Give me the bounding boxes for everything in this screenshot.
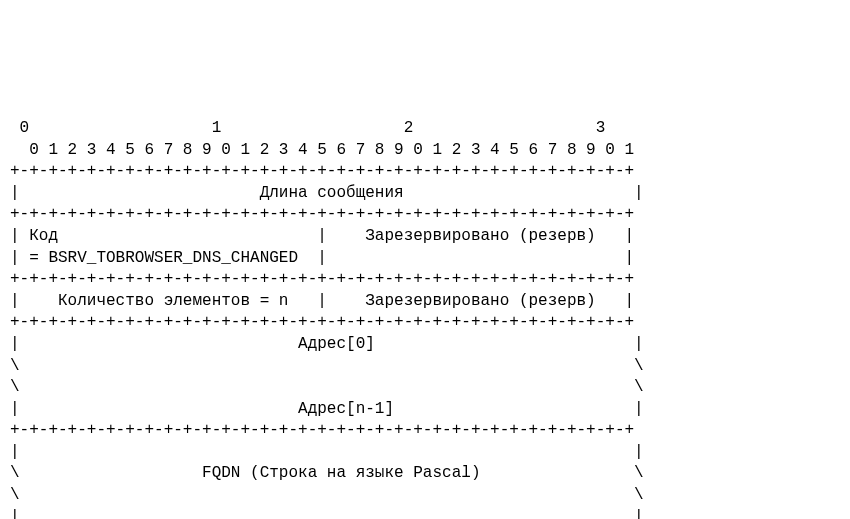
- field-address-0: | Адрес[0] |: [10, 335, 644, 353]
- field-element-count: | Количество элементов = n | Зарезервиро…: [10, 292, 634, 310]
- fqdn-spacer-bottom: | |: [10, 508, 644, 519]
- field-code-line2: | = BSRV_TOBROWSER_DNS_CHANGED | |: [10, 249, 634, 267]
- bit-ruler-tens: 0 1 2 3: [10, 119, 605, 137]
- bit-ruler-ones: 0 1 2 3 4 5 6 7 8 9 0 1 2 3 4 5 6 7 8 9 …: [10, 141, 634, 159]
- fqdn-spacer-top: | |: [10, 443, 644, 461]
- border-top: +-+-+-+-+-+-+-+-+-+-+-+-+-+-+-+-+-+-+-+-…: [10, 162, 634, 180]
- field-fqdn: \ FQDN (Строка на языке Pascal) \: [10, 464, 644, 482]
- field-code-line1: | Код | Зарезервировано (резерв) |: [10, 227, 634, 245]
- border-sep-2: +-+-+-+-+-+-+-+-+-+-+-+-+-+-+-+-+-+-+-+-…: [10, 270, 634, 288]
- field-address-n1: | Адрес[n-1] |: [10, 400, 644, 418]
- packet-diagram: 0 1 2 3 0 1 2 3 4 5 6 7 8 9 0 1 2 3 4 5 …: [10, 96, 840, 519]
- continuation-slash-3: \ \: [10, 486, 644, 504]
- continuation-slash-2: \ \: [10, 378, 644, 396]
- continuation-slash-1: \ \: [10, 357, 644, 375]
- border-sep-4: +-+-+-+-+-+-+-+-+-+-+-+-+-+-+-+-+-+-+-+-…: [10, 421, 634, 439]
- border-sep-3: +-+-+-+-+-+-+-+-+-+-+-+-+-+-+-+-+-+-+-+-…: [10, 313, 634, 331]
- border-sep-1: +-+-+-+-+-+-+-+-+-+-+-+-+-+-+-+-+-+-+-+-…: [10, 205, 634, 223]
- field-message-length: | Длина сообщения |: [10, 184, 644, 202]
